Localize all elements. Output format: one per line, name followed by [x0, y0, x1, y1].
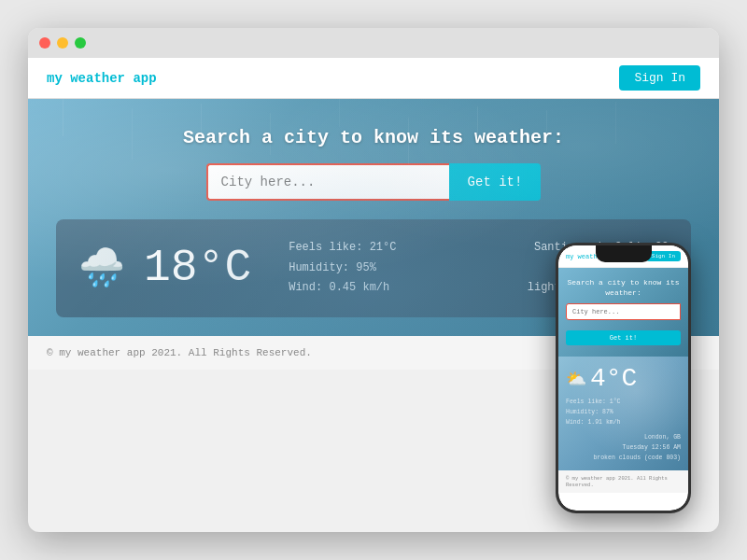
phone-humidity: Humidity: 87% — [566, 407, 681, 417]
phone-weather-card: ⛅ 4°C Feels like: 1°C Humidity: 87% Wind… — [558, 357, 688, 469]
phone-weather-details: Feels like: 1°C Humidity: 87% Wind: 1.91… — [566, 397, 681, 427]
phone-notch — [596, 245, 652, 262]
phone-temperature: 4°C — [590, 364, 637, 393]
phone-temp-row: ⛅ 4°C — [566, 364, 681, 393]
search-input[interactable] — [206, 163, 449, 201]
phone-search-button[interactable]: Get it! — [566, 330, 681, 345]
weather-details-left: Feels like: 21°C Humidity: 95% Wind: 0.4… — [289, 238, 509, 299]
phone-search-input[interactable] — [566, 303, 681, 320]
wind: Wind: 0.45 km/h — [289, 278, 509, 299]
phone-weather-icon: ⛅ — [566, 369, 586, 389]
weather-temperature: 18°C — [144, 243, 251, 293]
phone-city-info: London, GB Tuesday 12:56 AM broken cloud… — [566, 432, 681, 463]
hero-title: Search a city to know its weather: — [47, 127, 700, 148]
phone-hero-title: Search a city to know its weather: — [566, 277, 681, 298]
phone-city: London, GB — [566, 432, 681, 442]
phone-search-row — [566, 303, 681, 320]
phone-wind: Wind: 1.91 km/h — [566, 417, 681, 427]
phone-mockup: my weather app Sign In Search a city to … — [556, 243, 691, 513]
search-button[interactable]: Get it! — [449, 163, 542, 201]
minimize-button[interactable] — [57, 37, 68, 49]
mac-titlebar — [28, 28, 719, 58]
search-row: Get it! — [47, 163, 700, 201]
phone-footer-text: © my weather app 2021. All Rights Reserv… — [566, 475, 668, 488]
phone-date-time: Tuesday 12:56 AM — [566, 442, 681, 453]
phone-feels-like: Feels like: 1°C — [566, 397, 681, 407]
feels-like: Feels like: 21°C — [289, 238, 509, 259]
mac-window: my weather app Sign In Search a city to … — [28, 28, 719, 532]
phone-footer: © my weather app 2021. All Rights Reserv… — [558, 470, 688, 493]
app-logo: my weather app — [47, 71, 157, 86]
signin-button[interactable]: Sign In — [619, 65, 700, 91]
close-button[interactable] — [39, 37, 50, 49]
navbar: my weather app Sign In — [28, 58, 719, 99]
browser-content: my weather app Sign In Search a city to … — [28, 58, 719, 532]
phone-screen: my weather app Sign In Search a city to … — [558, 245, 688, 511]
phone-condition: broken clouds (code 803) — [566, 453, 681, 463]
footer-text: © my weather app 2021. All Rights Reserv… — [47, 347, 312, 358]
humidity: Humidity: 95% — [289, 259, 509, 279]
weather-icon: 🌧️ — [78, 245, 125, 291]
maximize-button[interactable] — [75, 37, 86, 49]
phone-hero: Search a city to know its weather: Get i… — [558, 268, 688, 357]
